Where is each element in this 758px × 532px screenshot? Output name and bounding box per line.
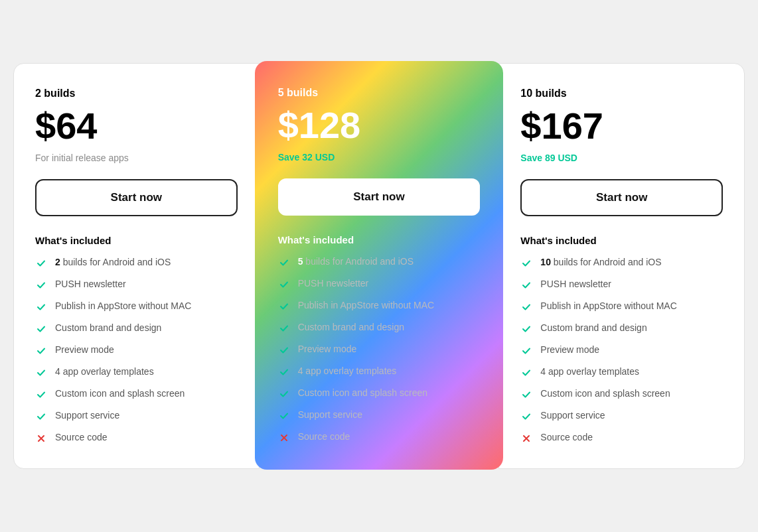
- feature-text: 4 app overlay templates: [55, 366, 154, 377]
- check-icon: [520, 323, 532, 335]
- check-icon: [35, 367, 47, 379]
- feature-text: Publish in AppStore without MAC: [540, 300, 676, 311]
- start-now-button[interactable]: Start now: [520, 179, 723, 216]
- feature-text: 4 app overlay templates: [540, 366, 639, 377]
- list-item: 2 builds for Android and iOS: [35, 257, 238, 269]
- list-item: Publish in AppStore without MAC: [35, 300, 238, 313]
- list-item: PUSH newsletter: [520, 279, 723, 291]
- list-item: PUSH newsletter: [278, 278, 481, 291]
- feature-text: Source code: [540, 432, 593, 442]
- feature-text: 2 builds for Android and iOS: [55, 257, 171, 267]
- cross-icon: [278, 432, 290, 444]
- builds-label: 10 builds: [520, 88, 723, 100]
- list-item: Custom brand and design: [520, 322, 723, 335]
- check-icon: [278, 257, 290, 269]
- check-icon: [35, 279, 47, 291]
- list-item: Custom icon and splash screen: [35, 388, 238, 401]
- check-icon: [35, 345, 47, 357]
- list-item: Custom brand and design: [35, 322, 238, 335]
- whats-included-label: What's included: [278, 234, 481, 245]
- cross-icon: [520, 432, 532, 444]
- check-icon: [35, 301, 47, 313]
- price-display: $64: [35, 107, 238, 145]
- list-item: Source code: [520, 432, 723, 444]
- check-icon: [278, 344, 290, 356]
- list-item: 4 app overlay templates: [520, 366, 723, 379]
- price-display: $167: [520, 107, 723, 145]
- list-item: Publish in AppStore without MAC: [278, 300, 481, 312]
- check-icon: [520, 279, 532, 291]
- feature-text: Support service: [298, 409, 362, 420]
- feature-text: Custom icon and splash screen: [540, 388, 670, 399]
- start-now-button[interactable]: Start now: [35, 179, 238, 216]
- list-item: Source code: [35, 432, 238, 444]
- feature-text: Custom brand and design: [298, 322, 404, 332]
- feature-text: PUSH newsletter: [540, 279, 611, 289]
- plan-card-basic: 2 builds$64For initial release appsStart…: [13, 63, 260, 469]
- feature-text: Custom icon and splash screen: [55, 388, 185, 399]
- list-item: Support service: [278, 409, 481, 422]
- plan-subtitle: For initial release apps: [35, 153, 238, 163]
- list-item: 5 builds for Android and iOS: [278, 256, 481, 269]
- list-item: Support service: [35, 410, 238, 423]
- feature-text: Custom brand and design: [540, 322, 646, 333]
- list-item: Custom icon and splash screen: [278, 387, 481, 400]
- check-icon: [278, 388, 290, 400]
- feature-text: Source code: [55, 432, 108, 442]
- feature-text: Publish in AppStore without MAC: [298, 300, 434, 310]
- feature-text: Preview mode: [540, 344, 599, 355]
- check-icon: [35, 389, 47, 401]
- list-item: Support service: [520, 410, 723, 423]
- check-icon: [278, 322, 290, 334]
- list-item: 4 app overlay templates: [278, 366, 481, 378]
- feature-text: 4 app overlay templates: [298, 366, 397, 376]
- feature-text: PUSH newsletter: [298, 278, 369, 289]
- check-icon: [520, 411, 532, 423]
- whats-included-label: What's included: [520, 235, 723, 246]
- feature-text: Custom brand and design: [55, 322, 161, 333]
- builds-label: 5 builds: [278, 87, 481, 99]
- feature-text: Source code: [298, 431, 350, 442]
- check-icon: [520, 345, 532, 357]
- plan-card-pro: 10 builds$167Save 89 USDStart nowWhat's …: [498, 63, 745, 469]
- feature-text: Preview mode: [55, 344, 114, 355]
- feature-text: Publish in AppStore without MAC: [55, 300, 191, 311]
- builds-label: 2 builds: [35, 88, 238, 100]
- feature-text: Support service: [540, 410, 605, 421]
- check-icon: [520, 257, 532, 269]
- check-icon: [35, 323, 47, 335]
- feature-list: 5 builds for Android and iOS PUSH newsle…: [278, 256, 481, 444]
- list-item: Custom brand and design: [278, 322, 481, 334]
- pricing-container: 2 builds$64For initial release appsStart…: [13, 63, 745, 469]
- feature-list: 2 builds for Android and iOS PUSH newsle…: [35, 257, 238, 444]
- feature-text: PUSH newsletter: [55, 279, 126, 289]
- whats-included-label: What's included: [35, 235, 238, 246]
- list-item: Preview mode: [278, 344, 481, 356]
- check-icon: [278, 366, 290, 378]
- list-item: Preview mode: [520, 344, 723, 357]
- start-now-button[interactable]: Start now: [278, 178, 481, 216]
- list-item: Source code: [278, 431, 481, 444]
- feature-text: Support service: [55, 410, 119, 421]
- list-item: Preview mode: [35, 344, 238, 357]
- feature-text: Custom icon and splash screen: [298, 387, 427, 398]
- feature-text: 10 builds for Android and iOS: [540, 257, 661, 267]
- savings-label: Save 32 USD: [278, 152, 481, 163]
- check-icon: [520, 367, 532, 379]
- check-icon: [278, 300, 290, 312]
- feature-text: 5 builds for Android and iOS: [298, 256, 414, 267]
- plan-card-popular: 5 builds$128Save 32 USDStart nowWhat's i…: [257, 63, 502, 468]
- feature-list: 10 builds for Android and iOS PUSH newsl…: [520, 257, 723, 444]
- check-icon: [35, 257, 47, 269]
- list-item: 10 builds for Android and iOS: [520, 257, 723, 269]
- feature-text: Preview mode: [298, 344, 357, 354]
- cross-icon: [35, 432, 47, 444]
- check-icon: [35, 411, 47, 423]
- list-item: Custom icon and splash screen: [520, 388, 723, 401]
- savings-label: Save 89 USD: [520, 153, 723, 163]
- price-display: $128: [278, 107, 481, 144]
- list-item: PUSH newsletter: [35, 279, 238, 291]
- check-icon: [520, 389, 532, 401]
- list-item: 4 app overlay templates: [35, 366, 238, 379]
- check-icon: [278, 279, 290, 291]
